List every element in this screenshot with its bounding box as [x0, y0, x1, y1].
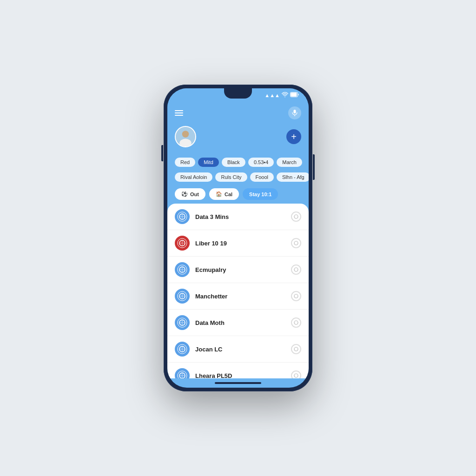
action-icon: 🏠 [216, 191, 222, 197]
item-label: Manchetter [195, 293, 285, 300]
svg-point-21 [294, 321, 298, 324]
team-info: + [175, 126, 301, 147]
svg-point-27 [294, 374, 298, 377]
item-action-icon[interactable] [291, 317, 301, 328]
action-label: Cal [225, 192, 232, 197]
item-action-icon[interactable] [291, 291, 301, 301]
phone-frame: ▲▲▲ [164, 85, 312, 391]
filter-chip[interactable]: Black [222, 158, 245, 167]
action-button[interactable]: ⚽Out [175, 188, 205, 200]
item-label: Jocan LC [195, 346, 285, 353]
action-label: Out [190, 192, 199, 197]
filter-chip[interactable]: 0.53▪4 [248, 158, 274, 167]
list-item[interactable]: Data Moth [167, 310, 309, 336]
filter-chip[interactable]: Ruls City [215, 172, 247, 182]
item-action-icon[interactable] [291, 238, 301, 248]
list-item[interactable]: Data 3 Mins [167, 204, 309, 230]
svg-rect-1 [291, 93, 297, 97]
svg-point-12 [294, 241, 298, 245]
svg-point-18 [294, 294, 298, 298]
item-label: Liber 10 19 [195, 240, 285, 247]
item-action-icon[interactable] [291, 212, 301, 222]
battery-icon [290, 92, 299, 98]
list-item[interactable]: Manchetter [167, 283, 309, 310]
svg-point-5 [182, 131, 189, 138]
item-label: Data 3 Mins [195, 213, 285, 220]
svg-point-24 [294, 347, 298, 351]
item-action-icon[interactable] [291, 344, 301, 354]
item-action-icon[interactable] [291, 264, 301, 275]
action-row: ⚽Out🏠CalStay 10:1 [167, 185, 309, 204]
home-indicator [215, 382, 261, 384]
filter-chip[interactable]: Mitd [198, 158, 219, 167]
club-badge [175, 289, 190, 304]
filter-chip[interactable]: Rival Aoloin [175, 172, 212, 182]
add-button[interactable]: + [286, 129, 301, 144]
hamburger-menu[interactable] [175, 110, 183, 116]
filter-chip[interactable]: Foool [250, 172, 274, 182]
club-badge [175, 236, 190, 251]
filter-chip[interactable]: March [277, 158, 302, 167]
signal-icon: ▲▲▲ [264, 93, 280, 98]
svg-rect-2 [294, 110, 296, 113]
item-action-icon[interactable] [291, 370, 301, 378]
action-button[interactable]: 🏠Cal [209, 188, 239, 200]
filter-chip[interactable]: Slhn - Afg [277, 172, 309, 182]
action-button[interactable]: Stay 10:1 [243, 188, 278, 200]
wifi-icon [282, 92, 288, 98]
status-icons: ▲▲▲ [264, 92, 299, 98]
item-label: Lheara PL5D [195, 372, 285, 379]
svg-point-9 [294, 215, 298, 218]
header-top [175, 106, 301, 119]
team-avatar [175, 126, 196, 147]
svg-point-6 [179, 139, 192, 147]
svg-point-15 [294, 268, 298, 271]
action-label: Stay 10:1 [249, 192, 271, 197]
club-badge [175, 209, 190, 224]
action-icon: ⚽ [181, 191, 188, 197]
list-item[interactable]: Ecmupalry [167, 257, 309, 283]
app-header: + [167, 100, 309, 155]
club-badge [175, 315, 190, 330]
phone-notch [224, 88, 252, 99]
phone-screen: ▲▲▲ [167, 88, 309, 388]
filter-row-2: Rival AoloinRuls CityFooolSlhn - Afg [167, 170, 309, 185]
list-item[interactable]: Jocan LC [167, 336, 309, 363]
club-badge [175, 342, 190, 357]
fixtures-list: Data 3 Mins Liber 10 19 Ecmupalry Manche… [167, 204, 309, 378]
item-label: Ecmupalry [195, 266, 285, 273]
filter-chip[interactable]: Red [175, 158, 195, 167]
list-item[interactable]: Lheara PL5D [167, 363, 309, 378]
club-badge [175, 262, 190, 277]
list-item[interactable]: Liber 10 19 [167, 230, 309, 257]
mic-button[interactable] [288, 106, 301, 119]
item-label: Data Moth [195, 319, 285, 326]
filter-row-1: RedMitdBlack0.53▪4March [167, 155, 309, 170]
club-badge [175, 368, 190, 378]
